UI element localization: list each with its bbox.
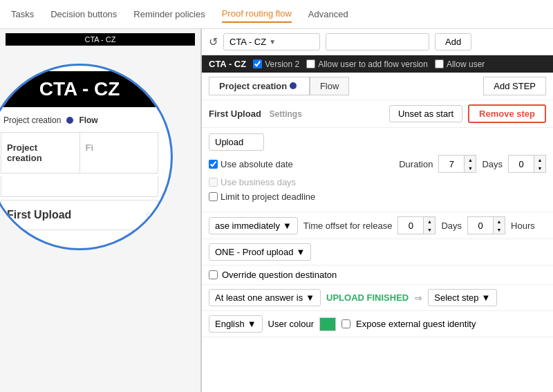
settings-section: Use absolute date Duration 7 ▲ ▼ Days 0 …	[202, 128, 553, 212]
use-business-days-label: Use business days	[221, 177, 296, 187]
allow-user-add-flow-wrap[interactable]: Allow user to add flow version	[306, 59, 428, 69]
allow-user-add-flow-label: Allow user to add flow version	[318, 59, 428, 69]
release-days-up-button[interactable]: ▲	[424, 217, 435, 225]
zoom-settings-label: Setti...	[1, 233, 158, 243]
zoom-empty-row	[1, 176, 158, 197]
release-dropdown-value: ase immediately	[215, 221, 280, 231]
use-absolute-date-label: Use absolute date	[221, 159, 293, 169]
answer-dropdown[interactable]: At least one answer is ▼	[209, 289, 321, 306]
step-title: First Upload Settings	[209, 109, 384, 119]
nav-reminder-policies[interactable]: Reminder policies	[133, 6, 205, 22]
expose-label: Expose external guest identity	[356, 319, 476, 329]
allow-user-wrap[interactable]: Allow user	[435, 59, 485, 69]
settings-upload-row	[209, 133, 546, 151]
zoom-flow-tabs: Project creation Flow	[0, 111, 164, 129]
select-step-dropdown[interactable]: Select step ▼	[428, 289, 497, 306]
release-days-input[interactable]: 0	[398, 219, 423, 232]
zoom-project-row: Project creation Fi	[1, 132, 158, 174]
nav-proof-routing-flow[interactable]: Proof routing flow	[222, 6, 292, 23]
top-nav: Tasks Decision buttons Reminder policies…	[0, 0, 553, 29]
tab-flow[interactable]: Flow	[310, 77, 349, 95]
upload-input[interactable]	[209, 133, 264, 151]
duration-up-button[interactable]: ▲	[465, 156, 476, 164]
use-business-days-wrap[interactable]: Use business days	[209, 177, 296, 187]
toolbar-row: ↺ CTA - CZ ▼ Add	[202, 29, 553, 55]
hours-right-down-button[interactable]: ▼	[534, 164, 545, 172]
version2-checkbox[interactable]	[253, 59, 262, 68]
duration-input[interactable]: 7	[439, 158, 464, 171]
hours-right-input[interactable]: 0	[509, 158, 534, 171]
release-days-down-button[interactable]: ▼	[424, 225, 435, 234]
zoom-first-upload-label: First Upload	[7, 209, 71, 221]
right-panel: ↺ CTA - CZ ▼ Add CTA - CZ Version 2 Allo…	[200, 29, 553, 392]
release-dropdown[interactable]: ase immediately ▼	[209, 217, 298, 234]
business-days-row: Use business days	[209, 177, 546, 187]
release-hours-down-button[interactable]: ▼	[494, 225, 505, 234]
offset-label: Time offset for release	[303, 221, 393, 231]
add-button[interactable]: Add	[435, 33, 471, 50]
hours-right-group: 0 ▲ ▼	[508, 155, 546, 173]
language-dropdown-value: English	[215, 319, 245, 329]
language-dropdown[interactable]: English ▼	[209, 315, 263, 333]
days-label: Days	[482, 159, 503, 169]
flow-dropdown[interactable]: CTA - CZ ▼	[223, 33, 320, 50]
flow-tabs-row: Project creation Flow Add STEP	[202, 73, 553, 100]
release-days-group: 0 ▲ ▼	[397, 216, 435, 234]
duration-label: Duration	[399, 159, 433, 169]
tab-project-creation[interactable]: Project creation	[209, 77, 310, 95]
refresh-icon[interactable]: ↺	[209, 35, 218, 48]
select-step-value: Select step	[434, 292, 478, 303]
arrow-right-icon: ⇒	[414, 292, 422, 304]
version2-checkbox-wrap[interactable]: Version 2	[253, 59, 299, 69]
use-absolute-date-checkbox[interactable]	[209, 160, 218, 169]
zoom-fi-cell: Fi	[80, 133, 158, 173]
unset-as-start-button[interactable]: Unset as start	[389, 105, 462, 122]
remove-step-button[interactable]: Remove step	[468, 104, 546, 123]
allow-user-checkbox[interactable]	[435, 59, 444, 68]
hours-right-up-button[interactable]: ▲	[534, 156, 545, 164]
version2-label: Version 2	[265, 59, 299, 69]
limit-to-deadline-wrap[interactable]: Limit to project deadline	[209, 192, 315, 202]
proof-dropdown[interactable]: ONE - Proof upload ▼	[209, 243, 311, 261]
override-row: Override question destinaton	[202, 265, 553, 285]
allow-user-label: Allow user	[447, 59, 485, 69]
tab-flow-label: Flow	[320, 81, 339, 91]
duration-input-group: 7 ▲ ▼	[438, 155, 476, 173]
answer-dropdown-arrow-icon: ▼	[306, 292, 315, 303]
main-content: CTA - CZ CTA - CZ Project creation Flow …	[0, 29, 553, 392]
release-hours-input[interactable]: 0	[468, 219, 493, 232]
zoom-cta-label: CTA - CZ	[0, 71, 164, 107]
version-row: CTA - CZ Version 2 Allow user to add flo…	[202, 55, 553, 73]
step-header-row: First Upload Settings Unset as start Rem…	[202, 100, 553, 128]
limit-row: Limit to project deadline	[209, 192, 546, 202]
release-row: ase immediately ▼ Time offset for releas…	[202, 212, 553, 239]
release-hours-up-button[interactable]: ▲	[494, 217, 505, 225]
allow-user-add-flow-checkbox[interactable]	[306, 59, 315, 68]
add-step-button[interactable]: Add STEP	[483, 77, 546, 95]
answer-row: At least one answer is ▼ UPLOAD FINISHED…	[202, 285, 553, 311]
proof-dropdown-value: ONE - Proof upload	[215, 247, 293, 257]
nav-advanced[interactable]: Advanced	[308, 6, 348, 22]
limit-to-deadline-label: Limit to project deadline	[221, 192, 315, 202]
expose-checkbox[interactable]	[341, 319, 350, 328]
flow-name-input[interactable]	[326, 33, 429, 50]
upload-finished-badge: UPLOAD FINISHED	[326, 292, 409, 303]
duration-down-button[interactable]: ▼	[465, 164, 476, 172]
limit-to-deadline-checkbox[interactable]	[209, 192, 218, 201]
tab-project-creation-label: Project creation	[219, 81, 287, 91]
zoom-flow-dot	[66, 117, 73, 124]
settings-checkboxes-row: Use absolute date Duration 7 ▲ ▼ Days 0 …	[209, 155, 546, 173]
nav-decision-buttons[interactable]: Decision buttons	[50, 6, 117, 22]
release-days-label: Days	[441, 221, 462, 231]
use-business-days-checkbox[interactable]	[209, 178, 218, 187]
override-checkbox[interactable]	[209, 270, 218, 279]
flow-name-label: CTA - CZ	[209, 59, 246, 69]
user-colour-swatch[interactable]	[319, 317, 336, 331]
flow-dropdown-value: CTA - CZ	[229, 37, 266, 47]
flow-dropdown-arrow-icon: ▼	[269, 38, 276, 46]
use-absolute-date-wrap[interactable]: Use absolute date	[209, 159, 293, 169]
override-label: Override question destinaton	[222, 270, 337, 280]
mini-cta-header: CTA - CZ	[6, 33, 195, 46]
zoom-first-upload-row: First Upload ○	[1, 200, 158, 230]
nav-tasks[interactable]: Tasks	[11, 6, 34, 22]
